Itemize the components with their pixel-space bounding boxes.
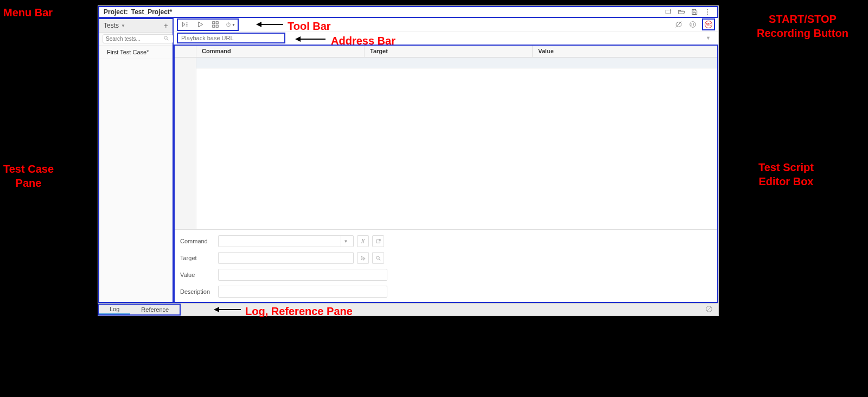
command-new-window-button[interactable]	[372, 235, 384, 247]
run-current-button[interactable]	[195, 20, 205, 29]
annotation-tool-bar: Tool Bar	[288, 19, 331, 33]
value-input[interactable]	[218, 269, 387, 281]
target-pick-icon	[360, 255, 366, 261]
timer-icon	[226, 21, 231, 28]
record-button[interactable]: REC	[702, 18, 715, 30]
annotation-menu-bar: Menu Bar	[3, 5, 53, 20]
annotation-test-case-pane: Test Case Pane	[3, 162, 54, 190]
new-project-button[interactable]	[663, 7, 674, 17]
pause-on-exception-button[interactable]	[688, 20, 698, 29]
project-name: Test_Project*	[131, 8, 173, 16]
tests-dropdown-label: Tests	[104, 22, 119, 29]
svg-point-21	[227, 23, 231, 27]
open-project-button[interactable]	[676, 7, 687, 17]
svg-point-30	[376, 256, 379, 259]
menu-bar: Project: Test_Project*	[98, 6, 718, 18]
description-input[interactable]	[218, 286, 387, 298]
new-window-icon	[375, 238, 381, 244]
save-icon	[691, 8, 698, 16]
project-label: Project:	[104, 8, 128, 16]
log-tab[interactable]: Log	[99, 305, 130, 314]
annotation-log-reference: Log, Reference Pane	[245, 304, 353, 318]
description-label: Description	[180, 288, 218, 295]
play-all-icon	[181, 21, 189, 28]
search-icon	[375, 255, 381, 261]
svg-rect-17	[213, 22, 215, 24]
run-all-button[interactable]	[180, 20, 190, 29]
command-select[interactable]: ▼	[218, 235, 354, 247]
svg-marker-5	[214, 307, 219, 312]
target-find-button[interactable]	[372, 252, 384, 264]
play-icon	[196, 21, 204, 28]
selenium-ide-window: Project: Test_Project* Tests ▼ +	[98, 5, 719, 316]
svg-rect-18	[216, 22, 218, 24]
svg-rect-20	[216, 25, 218, 27]
svg-point-9	[707, 9, 708, 10]
step-icon	[212, 21, 219, 28]
svg-point-10	[707, 11, 708, 12]
more-vertical-icon	[704, 8, 711, 16]
svg-point-11	[707, 14, 708, 15]
grid-row[interactable]	[196, 58, 717, 68]
svg-line-29	[378, 239, 380, 241]
command-form: Command ▼ // Target	[175, 229, 717, 302]
grid-header-value: Value	[533, 46, 717, 57]
command-label: Command	[180, 238, 218, 244]
speed-button[interactable]: ▼	[226, 20, 235, 29]
pause-icon	[689, 21, 697, 28]
annotation-address-bar: Address Bar	[331, 34, 395, 48]
disable-breakpoints-button[interactable]	[674, 20, 684, 29]
main-area: ▼ REC ▼	[174, 18, 718, 303]
grid-header-gutter	[175, 46, 196, 57]
clear-log-button[interactable]	[705, 305, 713, 314]
svg-rect-19	[213, 25, 215, 27]
new-project-icon	[665, 8, 672, 16]
chevron-down-icon: ▼	[341, 236, 350, 247]
svg-rect-6	[666, 10, 670, 14]
test-case-pane: Tests ▼ + First Test Case*	[98, 18, 174, 303]
svg-line-31	[379, 259, 380, 260]
value-label: Value	[180, 272, 218, 278]
bottom-tabs: Log Reference	[98, 304, 181, 316]
tests-dropdown[interactable]: Tests ▼ +	[99, 19, 173, 33]
breakpoint-off-icon	[675, 21, 682, 28]
grid-header: Command Target Value	[175, 46, 717, 58]
address-bar-row: ▼	[174, 31, 718, 45]
target-label: Target	[180, 255, 218, 261]
svg-marker-3	[295, 36, 301, 42]
svg-line-33	[707, 307, 711, 311]
record-icon: REC	[705, 21, 712, 28]
annotation-script-editor: Test Script Editor Box	[758, 160, 814, 188]
grid-gutter	[175, 58, 196, 229]
tool-bar: ▼	[177, 18, 239, 31]
tool-bar-row: ▼ REC	[174, 18, 718, 31]
chevron-down-icon: ▼	[232, 23, 235, 27]
folder-open-icon	[678, 8, 685, 16]
command-enable-button[interactable]: //	[357, 235, 369, 247]
test-script-editor: Command Target Value Command ▼	[174, 45, 718, 303]
annotation-record-button: START/STOP Recording Button	[757, 12, 848, 40]
target-select-button[interactable]	[357, 252, 369, 264]
add-test-button[interactable]: +	[164, 21, 168, 30]
svg-line-24	[676, 22, 682, 28]
playback-url-input[interactable]	[177, 33, 285, 43]
reference-tab[interactable]: Reference	[130, 305, 180, 314]
test-case-item[interactable]: First Test Case*	[99, 46, 173, 59]
grid-body[interactable]	[175, 58, 717, 229]
chevron-down-icon: ▼	[121, 23, 125, 28]
clear-icon	[705, 305, 713, 313]
step-button[interactable]	[210, 20, 220, 29]
more-menu-button[interactable]	[702, 7, 713, 17]
save-project-button[interactable]	[689, 7, 700, 17]
search-tests-input[interactable]	[103, 34, 173, 43]
svg-marker-1	[256, 22, 261, 27]
search-tests-wrap	[99, 33, 173, 46]
svg-point-25	[690, 22, 696, 28]
log-reference-pane: Log Reference	[98, 303, 718, 316]
target-input[interactable]	[218, 252, 354, 264]
